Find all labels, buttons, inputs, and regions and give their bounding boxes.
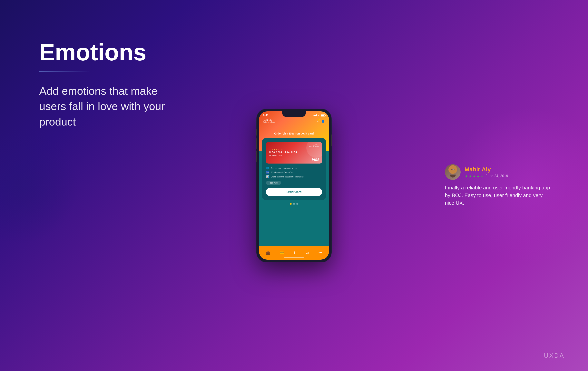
credit-card: بنك الأردن Bank of Jordan ● ● ● ● ● ● ● …	[266, 142, 322, 164]
wifi-icon: ▲	[318, 114, 320, 117]
signal-icon	[313, 114, 317, 116]
pagination-dot-1[interactable]	[290, 203, 292, 205]
volume-down-button	[256, 151, 257, 162]
avatar-glasses: 👓	[451, 168, 454, 171]
notification-badge: 1	[318, 119, 320, 121]
transfer-icon: ⬆	[293, 251, 296, 255]
left-section: Emotions Add emotions that make users fa…	[39, 39, 176, 129]
nav-item-wallet[interactable]: 💼	[266, 251, 270, 255]
nav-item-card[interactable]: 💳	[280, 251, 284, 255]
status-time: 9:41	[263, 114, 269, 117]
review-text: Finally a reliable and user friendly ban…	[445, 184, 553, 207]
star-2: ★	[468, 174, 472, 178]
status-icons: ▲	[313, 114, 325, 117]
bg-glow-left	[0, 127, 78, 244]
uxda-logo: UXDA	[544, 352, 565, 359]
phone-content: Order Visa Electron debit card بنك الأرد…	[259, 130, 329, 246]
review-date: June 24, 2019	[486, 174, 508, 178]
phone-screen: 9:41 ▲ بنك الأردن	[259, 111, 329, 260]
card-bank-arabic: بنك الأردن Bank of Jordan	[269, 144, 319, 148]
briefcase-icon: 🗂	[305, 251, 309, 255]
bottom-nav: 💼 💳 ⬆ 🗂 •••	[259, 246, 329, 260]
reviewer-name: Mahir Aly	[464, 166, 508, 173]
reviewer-header: 👓 Mahir Aly ★ ★ ★ ★ ★ June 24, 2019	[445, 164, 553, 180]
avatar-beard	[450, 175, 456, 178]
home-indicator	[284, 257, 304, 258]
profile-icon[interactable]: 👤	[321, 120, 325, 123]
card-number: 1234 1234 1234 1234	[269, 151, 319, 153]
feature-text-2: Withdraw cash from ATMs	[271, 171, 294, 174]
feature-text-1: Access your money anywhere	[271, 167, 297, 169]
bank-name-block: بنك الأردن Bank of Jordan	[263, 119, 275, 124]
feature-item-2: 🏧 Withdraw cash from ATMs	[266, 171, 322, 174]
stats-icon: 📊	[266, 175, 269, 178]
feature-item-3: 📊 Check statistics about your spendings	[266, 175, 322, 178]
order-card-title: Order Visa Electron debit card	[259, 132, 329, 135]
bank-header: بنك الأردن Bank of Jordan ✉ 1 👤	[263, 119, 325, 124]
notification-icon[interactable]: ✉ 1	[316, 120, 319, 123]
features-list: 🌐 Access your money anywhere 🏧 Withdraw …	[266, 167, 322, 178]
star-5: ★	[480, 174, 484, 178]
battery-icon	[321, 114, 325, 117]
star-4: ★	[476, 174, 480, 178]
card-info-panel: بنك الأردن Bank of Jordan ● ● ● ● ● ● ● …	[262, 138, 326, 200]
card-expiry: VALID THRU 12/19	[269, 155, 319, 157]
star-1: ★	[464, 174, 468, 178]
pagination-dot-3[interactable]	[296, 203, 298, 205]
wallet-icon: 💼	[266, 251, 270, 255]
reviewer-info: Mahir Aly ★ ★ ★ ★ ★ June 24, 2019	[464, 166, 508, 178]
star-3: ★	[472, 174, 476, 178]
page-title: Emotions	[39, 39, 176, 65]
card-chip-dots: ● ● ● ● ● ● ● ●	[269, 149, 319, 150]
phone-mockup: 9:41 ▲ بنك الأردن	[257, 109, 331, 262]
read-more-button[interactable]: Read more	[266, 181, 281, 185]
atm-icon: 🏧	[266, 171, 269, 174]
phone-outer: 9:41 ▲ بنك الأردن	[257, 109, 331, 262]
reviewer-meta: ★ ★ ★ ★ ★ June 24, 2019	[464, 174, 508, 178]
nav-item-transfer[interactable]: ⬆	[293, 251, 296, 255]
card-icon: 💳	[280, 251, 284, 255]
bank-header-icons: ✉ 1 👤	[316, 120, 325, 123]
nav-item-more[interactable]: •••	[318, 251, 322, 255]
globe-icon: 🌐	[266, 167, 269, 170]
notch	[282, 111, 306, 117]
feature-item-1: 🌐 Access your money anywhere	[266, 167, 322, 170]
star-rating: ★ ★ ★ ★ ★	[464, 174, 484, 178]
feature-text-3: Check statistics about your spendings	[271, 176, 304, 178]
subtitle-text: Add emotions that make users fall in lov…	[39, 83, 176, 129]
silent-button	[256, 129, 257, 136]
review-section: 👓 Mahir Aly ★ ★ ★ ★ ★ June 24, 2019 Fina…	[445, 164, 553, 207]
bank-name-arabic: بنك الأردن	[263, 119, 275, 122]
visa-logo: VISA	[312, 158, 319, 162]
avatar: 👓	[445, 164, 461, 180]
order-card-button[interactable]: Order card	[266, 188, 322, 196]
pagination-dot-2[interactable]	[293, 203, 295, 205]
nav-item-briefcase[interactable]: 🗂	[305, 251, 309, 255]
power-button	[331, 135, 332, 146]
divider	[39, 71, 90, 72]
more-icon: •••	[318, 251, 322, 255]
bank-name-english: Bank of Jordan	[263, 122, 275, 124]
pagination-dots	[259, 203, 329, 205]
volume-up-button	[256, 138, 257, 149]
